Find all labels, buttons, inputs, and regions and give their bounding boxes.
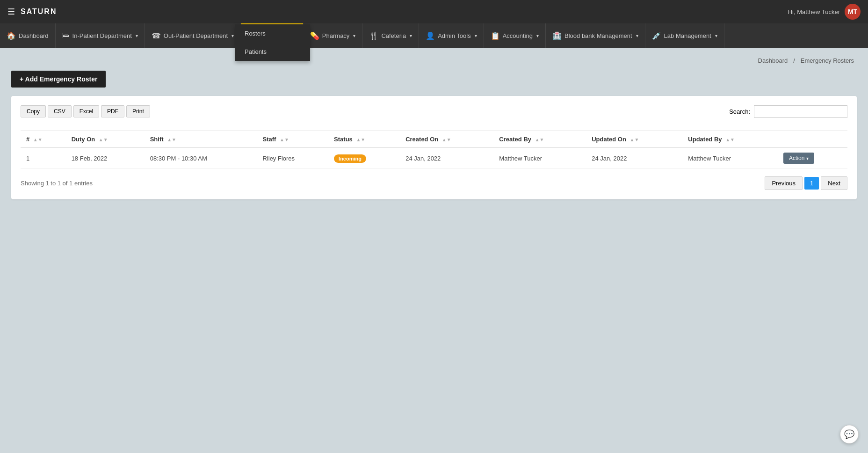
col-created-on: Created On ▲▼ [400, 131, 493, 148]
cell-updated-on: 24 Jan, 2022 [586, 148, 682, 169]
pagination-info: Showing 1 to 1 of 1 entries [21, 180, 93, 187]
pdf-button[interactable]: PDF [101, 105, 124, 117]
pagination-controls: Previous 1 Next [765, 176, 847, 190]
chat-icon[interactable]: 💬 [840, 425, 859, 444]
breadcrumb-home[interactable]: Dashboard [758, 57, 788, 64]
table-card: Copy CSV Excel PDF Print Search: # ▲▼ [11, 96, 857, 199]
copy-button[interactable]: Copy [21, 105, 46, 117]
cafeteria-icon: 🍴 [369, 31, 378, 40]
col-status: Status ▲▼ [328, 131, 400, 148]
cell-updated-by: Matthew Tucker [682, 148, 778, 169]
roster-table: # ▲▼ Duty On ▲▼ Shift ▲▼ Staff ▲▼ [21, 131, 847, 169]
pagination-area: Showing 1 to 1 of 1 entries Previous 1 N… [21, 176, 847, 190]
dashboard-icon: 🏠 [7, 31, 16, 40]
nav-label-bloodbank: Blood bank Management [564, 32, 632, 39]
admin-icon: 👤 [426, 31, 435, 40]
status-badge: Incoming [334, 154, 366, 163]
topbar-right: Hi, Matthew Tucker MT [788, 4, 861, 20]
breadcrumb: Dashboard / Emergency Rosters [11, 57, 857, 64]
nav-item-accounting[interactable]: 📋 Accounting ▾ [484, 23, 546, 48]
nav-label-pharmacy: Pharmacy [322, 32, 350, 39]
add-emergency-roster-button[interactable]: + Add Emergency Roster [11, 71, 106, 88]
chevron-down-icon-4: ▾ [353, 33, 355, 38]
sort-icon-staff: ▲▼ [280, 137, 289, 142]
next-button[interactable]: Next [821, 176, 847, 190]
excel-button[interactable]: Excel [73, 105, 99, 117]
col-created-by: Created By ▲▼ [493, 131, 586, 148]
print-button[interactable]: Print [126, 105, 150, 117]
col-updated-on: Updated On ▲▼ [586, 131, 682, 148]
sort-icon-created-by: ▲▼ [535, 137, 544, 142]
chevron-down-icon-7: ▾ [536, 33, 539, 38]
hamburger-icon[interactable]: ☰ [7, 7, 15, 17]
nav-label-inpatient: In-Patient Department [72, 32, 132, 39]
col-action [778, 131, 847, 148]
chevron-down-icon-9: ▾ [715, 33, 717, 38]
avatar[interactable]: MT [845, 4, 861, 20]
col-num: # ▲▼ [21, 131, 66, 148]
sort-icon-duty: ▲▼ [99, 137, 108, 142]
cell-status: Incoming [328, 148, 400, 169]
previous-button[interactable]: Previous [765, 176, 803, 190]
action-label: Action [789, 155, 804, 161]
cell-staff: Riley Flores [257, 148, 328, 169]
chevron-down-icon-8: ▾ [636, 33, 638, 38]
breadcrumb-current: Emergency Rosters [801, 57, 854, 64]
cell-shift: 08:30 PM - 10:30 AM [145, 148, 257, 169]
cell-action: Action ▾ [778, 148, 847, 169]
table-row: 1 18 Feb, 2022 08:30 PM - 10:30 AM Riley… [21, 148, 847, 169]
nav-item-dashboard[interactable]: 🏠 Dashboard [0, 23, 56, 48]
sort-icon-created-on: ▲▼ [442, 137, 451, 142]
action-button[interactable]: Action ▾ [783, 153, 814, 164]
nav-item-admin[interactable]: 👤 Admin Tools ▾ [419, 23, 484, 48]
sort-icon-status: ▲▼ [356, 137, 365, 142]
nav-label-admin: Admin Tools [438, 32, 471, 39]
col-staff: Staff ▲▼ [257, 131, 328, 148]
nav-item-pharmacy[interactable]: 💊 Pharmacy ▾ [304, 23, 363, 48]
nav-item-cafeteria[interactable]: 🍴 Cafeteria ▾ [362, 23, 419, 48]
chevron-down-icon-5: ▾ [410, 33, 412, 38]
pharmacy-icon: 💊 [310, 31, 319, 40]
search-bar: Search: [729, 105, 847, 118]
chevron-down-icon: ▾ [136, 33, 138, 38]
cell-num: 1 [21, 148, 66, 169]
cell-created-by: Matthew Tucker [493, 148, 586, 169]
nav-label-outpatient: Out-Patient Department [164, 32, 228, 39]
col-duty-on: Duty On ▲▼ [66, 131, 145, 148]
nav-label-lab: Lab Management [664, 32, 711, 39]
nav-item-bloodbank[interactable]: 🏥 Blood bank Management ▾ [546, 23, 645, 48]
bloodbank-icon: 🏥 [552, 31, 562, 40]
outpatient-icon: ☎ [152, 31, 161, 40]
cell-duty-on: 18 Feb, 2022 [66, 148, 145, 169]
cell-created-on: 24 Jan, 2022 [400, 148, 493, 169]
sort-icon-num: ▲▼ [33, 137, 43, 142]
chevron-down-icon-6: ▾ [475, 33, 477, 38]
breadcrumb-separator: / [793, 57, 795, 64]
search-input[interactable] [754, 105, 847, 118]
sort-icon-updated-on: ▲▼ [629, 137, 639, 142]
export-buttons: Copy CSV Excel PDF Print [21, 105, 150, 117]
csv-button[interactable]: CSV [48, 105, 72, 117]
col-updated-by: Updated By ▲▼ [682, 131, 778, 148]
accounting-icon: 📋 [491, 31, 500, 40]
page-1-button[interactable]: 1 [804, 177, 819, 190]
nav-label-accounting: Accounting [503, 32, 533, 39]
nav-item-outpatient[interactable]: ☎ Out-Patient Department ▾ [145, 23, 241, 48]
app-logo: SATURN [21, 7, 57, 16]
dropdown-item-patients[interactable]: Patients [235, 43, 310, 61]
lab-icon: 💉 [652, 31, 661, 40]
col-shift: Shift ▲▼ [145, 131, 257, 148]
search-label: Search: [729, 108, 750, 115]
content-area: Dashboard / Emergency Rosters + Add Emer… [0, 48, 868, 209]
action-caret-icon: ▾ [806, 156, 809, 161]
table-header-row: # ▲▼ Duty On ▲▼ Shift ▲▼ Staff ▲▼ [21, 131, 847, 148]
user-greeting: Hi, Matthew Tucker [788, 8, 840, 15]
nav-label-cafeteria: Cafeteria [381, 32, 406, 39]
chevron-down-icon-2: ▾ [231, 33, 234, 38]
topbar-left: ☰ SATURN [7, 7, 57, 17]
topbar: ☰ SATURN Hi, Matthew Tucker MT [0, 0, 868, 23]
nav-item-lab[interactable]: 💉 Lab Management ▾ [645, 23, 724, 48]
dropdown-item-rosters[interactable]: Rosters [235, 24, 310, 43]
nav-item-inpatient[interactable]: 🛏 In-Patient Department ▾ [56, 23, 145, 48]
sort-icon-updated-by: ▲▼ [725, 137, 735, 142]
